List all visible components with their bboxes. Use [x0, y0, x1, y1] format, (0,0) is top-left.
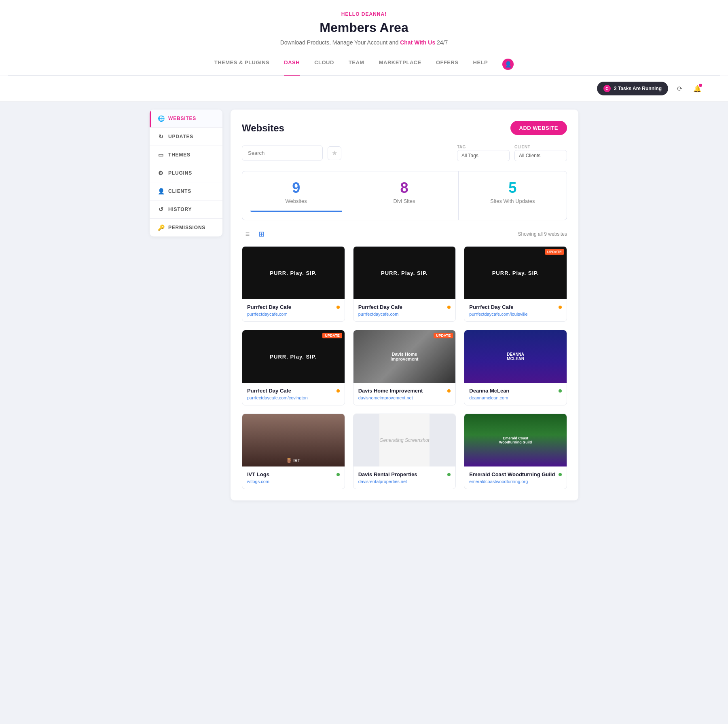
- showing-count: Showing all 9 websites: [518, 231, 567, 237]
- updates-label: Sites With Updates: [467, 198, 559, 204]
- status-dot: [559, 306, 562, 309]
- add-website-button[interactable]: ADD WEBSITE: [510, 121, 567, 135]
- status-dot: [336, 473, 340, 476]
- website-card[interactable]: PURR. Play. SIP. Purrfect Day Cafe purrf…: [242, 246, 345, 322]
- website-url: emeraldcoastwoodturning.org: [469, 479, 562, 484]
- website-thumbnail: Generating Screenshot: [353, 414, 456, 466]
- websites-title: Websites: [242, 122, 284, 134]
- website-url: deannamclean.com: [469, 395, 562, 400]
- website-card[interactable]: Generating Screenshot Davis Rental Prope…: [353, 414, 456, 489]
- sidebar-icon-permissions: 🔑: [158, 224, 164, 231]
- website-thumbnail: Davis HomeImprovement UPDATE: [353, 330, 456, 383]
- divi-label: Divi Sites: [358, 198, 450, 204]
- thumb-text: PURR. Play. SIP.: [381, 270, 428, 276]
- website-card[interactable]: PURR. Play. SIP. UPDATE Purrfect Day Caf…: [242, 330, 345, 405]
- update-badge: UPDATE: [434, 333, 453, 338]
- stat-websites[interactable]: 9 Websites: [242, 171, 350, 220]
- divi-count: 8: [358, 179, 450, 196]
- client-label: CLIENT: [514, 145, 567, 149]
- website-name: Deanna McLean: [469, 388, 509, 394]
- sidebar-icon-plugins: ⚙: [158, 170, 164, 176]
- sidebar-icon-websites: 🌐: [158, 115, 164, 122]
- sidebar: 🌐WEBSITES↻UPDATES▭THEMES⚙PLUGINS👤CLIENTS…: [150, 110, 222, 500]
- website-url: ivtlogs.com: [247, 479, 340, 484]
- nav-item-themes---plugins[interactable]: THEMES & PLUGINS: [214, 59, 270, 65]
- nav-item-cloud[interactable]: CLOUD: [314, 59, 334, 65]
- website-card[interactable]: 🪵 IVT IVT Logs ivtlogs.com: [242, 414, 345, 489]
- tasks-button[interactable]: C 2 Tasks Are Running: [597, 82, 668, 95]
- website-card[interactable]: DEANNAMCLEAN Deanna McLean deannamclean.…: [464, 330, 567, 405]
- thumb-text: PURR. Play. SIP.: [270, 270, 317, 276]
- website-name: Purrfect Day Cafe: [469, 304, 513, 310]
- sidebar-item-themes[interactable]: ▭THEMES: [150, 146, 222, 164]
- status-dot: [447, 389, 451, 393]
- hello-greeting: HELLO DEANNA!: [8, 11, 720, 17]
- subtitle: Download Products, Manage Your Account a…: [8, 39, 720, 46]
- refresh-button[interactable]: ⟳: [673, 82, 686, 95]
- sidebar-item-clients[interactable]: 👤CLIENTS: [150, 182, 222, 201]
- sidebar-item-permissions[interactable]: 🔑PERMISSIONS: [150, 219, 222, 236]
- sidebar-label: CLIENTS: [168, 188, 191, 194]
- website-name: Purrfect Day Cafe: [247, 388, 291, 394]
- stat-divi[interactable]: 8 Divi Sites: [350, 171, 458, 220]
- sidebar-label: WEBSITES: [168, 116, 196, 121]
- page-title: Members Area: [8, 20, 720, 35]
- grid-view-button[interactable]: ⊞: [256, 228, 267, 240]
- main-content: Websites ADD WEBSITE ★ TAG All Tags CLIE…: [231, 110, 578, 500]
- sidebar-item-plugins[interactable]: ⚙PLUGINS: [150, 164, 222, 182]
- update-badge: UPDATE: [545, 249, 564, 255]
- nav-item-team[interactable]: TEAM: [349, 59, 364, 65]
- website-name: Davis Home Improvement: [358, 388, 423, 394]
- website-card[interactable]: Emerald CoastWoodturning Guild Emerald C…: [464, 414, 567, 489]
- website-thumbnail: PURR. Play. SIP. UPDATE: [242, 330, 345, 383]
- view-toggle: ≡ ⊞: [242, 228, 267, 240]
- tasks-label: 2 Tasks Are Running: [614, 86, 662, 91]
- nav-item-marketplace[interactable]: MARKETPLACE: [379, 59, 421, 65]
- updates-count: 5: [467, 179, 559, 196]
- nav-item-dash[interactable]: DASH: [284, 59, 300, 65]
- sidebar-item-history[interactable]: ↺HISTORY: [150, 201, 222, 219]
- websites-label: Websites: [250, 198, 342, 204]
- sidebar-icon-updates: ↻: [158, 133, 164, 140]
- favorite-filter-button[interactable]: ★: [328, 146, 341, 160]
- website-thumbnail: PURR. Play. SIP.: [353, 247, 456, 299]
- tag-label: TAG: [457, 145, 510, 149]
- website-name: Davis Rental Properties: [358, 471, 417, 477]
- website-card[interactable]: PURR. Play. SIP. UPDATE Purrfect Day Caf…: [464, 246, 567, 322]
- notifications-button[interactable]: 🔔: [691, 82, 704, 95]
- chat-link[interactable]: Chat With Us: [400, 39, 435, 46]
- status-dot: [559, 389, 562, 393]
- website-name: Purrfect Day Cafe: [247, 304, 291, 310]
- tag-select[interactable]: All Tags: [457, 150, 510, 161]
- sidebar-label: THEMES: [168, 152, 190, 158]
- website-thumbnail: DEANNAMCLEAN: [464, 330, 567, 383]
- website-name: Purrfect Day Cafe: [358, 304, 402, 310]
- status-dot: [336, 306, 340, 309]
- list-view-button[interactable]: ≡: [242, 228, 253, 240]
- website-url: davishomeimprovement.net: [358, 395, 451, 400]
- nav-item-offers[interactable]: OFFERS: [436, 59, 459, 65]
- sidebar-item-updates[interactable]: ↻UPDATES: [150, 128, 222, 146]
- nav-item-help[interactable]: HELP: [473, 59, 488, 65]
- website-thumbnail: PURR. Play. SIP.: [242, 247, 345, 299]
- website-url: purrfectdaycafe.com/louisville: [469, 312, 562, 317]
- search-input[interactable]: [242, 146, 323, 160]
- website-thumbnail: Emerald CoastWoodturning Guild: [464, 414, 567, 466]
- stat-updates[interactable]: 5 Sites With Updates: [459, 171, 567, 220]
- sidebar-icon-clients: 👤: [158, 188, 164, 194]
- sidebar-label: HISTORY: [168, 207, 192, 212]
- sidebar-label: UPDATES: [168, 134, 193, 139]
- thumb-text: PURR. Play. SIP.: [492, 270, 539, 276]
- website-name: Emerald Coast Woodturning Guild: [469, 471, 555, 477]
- thumb-text: PURR. Play. SIP.: [270, 354, 317, 360]
- sidebar-label: PERMISSIONS: [168, 225, 205, 230]
- sidebar-icon-themes: ▭: [158, 152, 164, 158]
- website-card[interactable]: PURR. Play. SIP. Purrfect Day Cafe purrf…: [353, 246, 456, 322]
- sidebar-item-websites[interactable]: 🌐WEBSITES: [150, 110, 222, 128]
- website-card[interactable]: Davis HomeImprovement UPDATE Davis Home …: [353, 330, 456, 405]
- sidebar-icon-history: ↺: [158, 206, 164, 213]
- status-dot: [336, 389, 340, 393]
- stats-section: 9 Websites 8 Divi Sites 5 Sites With Upd…: [242, 171, 567, 220]
- client-select[interactable]: All Clients: [514, 150, 567, 161]
- user-avatar[interactable]: 👤: [502, 59, 514, 70]
